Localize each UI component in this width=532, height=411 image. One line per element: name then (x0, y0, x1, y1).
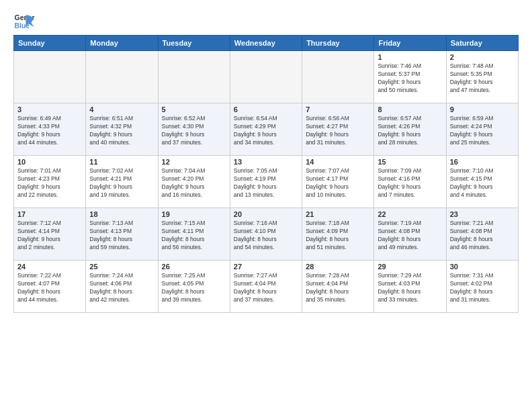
calendar-table: SundayMondayTuesdayWednesdayThursdayFrid… (13, 35, 519, 313)
day-number: 12 (162, 158, 226, 166)
calendar-cell: 16Sunrise: 7:10 AMSunset: 4:15 PMDayligh… (446, 156, 518, 208)
day-info: Sunrise: 7:31 AMSunset: 4:02 PMDaylight:… (450, 272, 515, 304)
calendar-cell: 14Sunrise: 7:07 AMSunset: 4:17 PMDayligh… (302, 156, 374, 208)
day-info: Sunrise: 7:12 AMSunset: 4:14 PMDaylight:… (17, 220, 82, 252)
weekday-header-saturday: Saturday (446, 36, 518, 51)
calendar-cell: 30Sunrise: 7:31 AMSunset: 4:02 PMDayligh… (446, 261, 518, 313)
calendar-container: General Blue SundayMondayTuesdayWednesda… (0, 0, 532, 320)
calendar-cell (302, 51, 374, 103)
header: General Blue (13, 11, 519, 32)
day-number: 28 (306, 263, 370, 271)
day-number: 16 (450, 158, 515, 166)
day-info: Sunrise: 7:04 AMSunset: 4:20 PMDaylight:… (162, 167, 226, 199)
day-info: Sunrise: 6:57 AMSunset: 4:26 PMDaylight:… (378, 115, 442, 147)
day-info: Sunrise: 7:48 AMSunset: 5:35 PMDaylight:… (450, 62, 515, 95)
calendar-cell: 3Sunrise: 6:49 AMSunset: 4:33 PMDaylight… (14, 103, 86, 156)
day-number: 20 (234, 210, 298, 218)
day-number: 14 (306, 158, 370, 166)
day-number: 24 (17, 263, 82, 271)
calendar-cell (230, 51, 302, 103)
calendar-cell (14, 51, 86, 103)
calendar-cell: 18Sunrise: 7:13 AMSunset: 4:13 PMDayligh… (86, 208, 158, 261)
calendar-cell: 4Sunrise: 6:51 AMSunset: 4:32 PMDaylight… (86, 103, 158, 156)
day-number: 25 (89, 263, 154, 271)
calendar-cell: 29Sunrise: 7:29 AMSunset: 4:03 PMDayligh… (374, 261, 446, 313)
weekday-header-sunday: Sunday (14, 36, 86, 51)
day-info: Sunrise: 6:52 AMSunset: 4:30 PMDaylight:… (162, 115, 226, 147)
day-number: 29 (378, 263, 442, 271)
day-info: Sunrise: 7:13 AMSunset: 4:13 PMDaylight:… (89, 220, 154, 252)
day-number: 17 (17, 210, 82, 218)
day-number: 1 (378, 53, 442, 61)
calendar-week-3: 10Sunrise: 7:01 AMSunset: 4:23 PMDayligh… (14, 156, 519, 208)
day-number: 9 (450, 105, 515, 113)
day-info: Sunrise: 7:07 AMSunset: 4:17 PMDaylight:… (306, 167, 370, 199)
day-info: Sunrise: 7:24 AMSunset: 4:06 PMDaylight:… (89, 272, 154, 304)
day-number: 15 (378, 158, 442, 166)
calendar-body: 1Sunrise: 7:46 AMSunset: 5:37 PMDaylight… (14, 51, 519, 313)
day-number: 5 (162, 105, 226, 113)
calendar-cell: 5Sunrise: 6:52 AMSunset: 4:30 PMDaylight… (158, 103, 230, 156)
weekday-header-row: SundayMondayTuesdayWednesdayThursdayFrid… (14, 36, 519, 51)
day-info: Sunrise: 7:46 AMSunset: 5:37 PMDaylight:… (378, 62, 442, 95)
day-number: 8 (378, 105, 442, 113)
day-number: 26 (162, 263, 226, 271)
calendar-cell: 10Sunrise: 7:01 AMSunset: 4:23 PMDayligh… (14, 156, 86, 208)
day-number: 19 (162, 210, 226, 218)
day-number: 6 (234, 105, 298, 113)
calendar-cell: 13Sunrise: 7:05 AMSunset: 4:19 PMDayligh… (230, 156, 302, 208)
calendar-week-1: 1Sunrise: 7:46 AMSunset: 5:37 PMDaylight… (14, 51, 519, 103)
day-info: Sunrise: 7:15 AMSunset: 4:11 PMDaylight:… (162, 220, 226, 252)
day-info: Sunrise: 7:21 AMSunset: 4:08 PMDaylight:… (450, 220, 515, 252)
calendar-cell: 7Sunrise: 6:56 AMSunset: 4:27 PMDaylight… (302, 103, 374, 156)
day-info: Sunrise: 7:10 AMSunset: 4:15 PMDaylight:… (450, 167, 515, 199)
calendar-week-2: 3Sunrise: 6:49 AMSunset: 4:33 PMDaylight… (14, 103, 519, 156)
calendar-cell: 6Sunrise: 6:54 AMSunset: 4:29 PMDaylight… (230, 103, 302, 156)
day-info: Sunrise: 7:28 AMSunset: 4:04 PMDaylight:… (306, 272, 370, 304)
calendar-cell: 19Sunrise: 7:15 AMSunset: 4:11 PMDayligh… (158, 208, 230, 261)
day-info: Sunrise: 7:09 AMSunset: 4:16 PMDaylight:… (378, 167, 442, 199)
calendar-cell: 11Sunrise: 7:02 AMSunset: 4:21 PMDayligh… (86, 156, 158, 208)
day-info: Sunrise: 6:49 AMSunset: 4:33 PMDaylight:… (17, 115, 82, 147)
calendar-cell: 26Sunrise: 7:25 AMSunset: 4:05 PMDayligh… (158, 261, 230, 313)
calendar-cell (158, 51, 230, 103)
day-number: 13 (234, 158, 298, 166)
calendar-cell: 22Sunrise: 7:19 AMSunset: 4:08 PMDayligh… (374, 208, 446, 261)
calendar-cell: 8Sunrise: 6:57 AMSunset: 4:26 PMDaylight… (374, 103, 446, 156)
day-number: 10 (17, 158, 82, 166)
day-number: 22 (378, 210, 442, 218)
logo: General Blue (13, 11, 38, 32)
day-number: 18 (89, 210, 154, 218)
day-number: 23 (450, 210, 515, 218)
day-info: Sunrise: 7:22 AMSunset: 4:07 PMDaylight:… (17, 272, 82, 304)
logo-icon: General Blue (13, 11, 35, 32)
day-info: Sunrise: 7:02 AMSunset: 4:21 PMDaylight:… (89, 167, 154, 199)
day-info: Sunrise: 6:59 AMSunset: 4:24 PMDaylight:… (450, 115, 515, 147)
weekday-header-tuesday: Tuesday (158, 36, 230, 51)
calendar-week-5: 24Sunrise: 7:22 AMSunset: 4:07 PMDayligh… (14, 261, 519, 313)
day-info: Sunrise: 7:05 AMSunset: 4:19 PMDaylight:… (234, 167, 298, 199)
day-info: Sunrise: 7:18 AMSunset: 4:09 PMDaylight:… (306, 220, 370, 252)
calendar-cell: 2Sunrise: 7:48 AMSunset: 5:35 PMDaylight… (446, 51, 518, 103)
calendar-cell: 21Sunrise: 7:18 AMSunset: 4:09 PMDayligh… (302, 208, 374, 261)
day-info: Sunrise: 7:25 AMSunset: 4:05 PMDaylight:… (162, 272, 226, 304)
day-info: Sunrise: 7:19 AMSunset: 4:08 PMDaylight:… (378, 220, 442, 252)
weekday-header-monday: Monday (86, 36, 158, 51)
calendar-cell: 28Sunrise: 7:28 AMSunset: 4:04 PMDayligh… (302, 261, 374, 313)
day-number: 27 (234, 263, 298, 271)
calendar-cell (86, 51, 158, 103)
calendar-cell: 27Sunrise: 7:27 AMSunset: 4:04 PMDayligh… (230, 261, 302, 313)
day-info: Sunrise: 6:51 AMSunset: 4:32 PMDaylight:… (89, 115, 154, 147)
day-number: 2 (450, 53, 515, 61)
calendar-cell: 25Sunrise: 7:24 AMSunset: 4:06 PMDayligh… (86, 261, 158, 313)
calendar-cell: 17Sunrise: 7:12 AMSunset: 4:14 PMDayligh… (14, 208, 86, 261)
day-info: Sunrise: 7:29 AMSunset: 4:03 PMDaylight:… (378, 272, 442, 304)
day-number: 3 (17, 105, 82, 113)
weekday-header-friday: Friday (374, 36, 446, 51)
weekday-header-thursday: Thursday (302, 36, 374, 51)
calendar-cell: 24Sunrise: 7:22 AMSunset: 4:07 PMDayligh… (14, 261, 86, 313)
day-number: 4 (89, 105, 154, 113)
day-number: 11 (89, 158, 154, 166)
day-info: Sunrise: 7:01 AMSunset: 4:23 PMDaylight:… (17, 167, 82, 199)
day-number: 30 (450, 263, 515, 271)
